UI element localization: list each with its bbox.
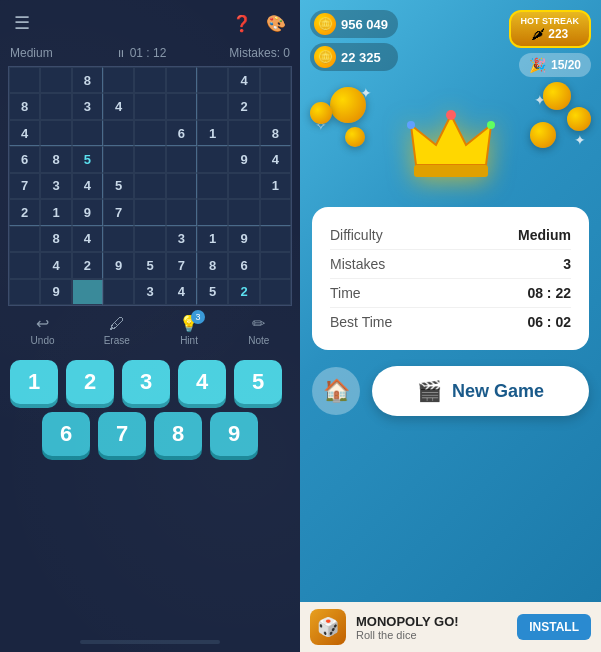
sudoku-cell[interactable]	[260, 226, 291, 252]
sudoku-cell[interactable]: 7	[103, 199, 134, 225]
sudoku-cell[interactable]: 8	[40, 146, 71, 172]
sudoku-cell[interactable]: 3	[72, 93, 103, 119]
sudoku-cell[interactable]: 5	[103, 173, 134, 199]
sudoku-cell[interactable]	[9, 252, 40, 278]
sudoku-cell[interactable]: 4	[9, 120, 40, 146]
sudoku-cell[interactable]	[9, 67, 40, 93]
num-btn-4[interactable]: 4	[178, 360, 226, 404]
help-icon[interactable]: ❓	[232, 14, 252, 33]
sudoku-cell[interactable]: 8	[197, 252, 228, 278]
sudoku-cell[interactable]	[260, 279, 291, 305]
note-button[interactable]: ✏ Note	[248, 314, 269, 346]
sudoku-cell[interactable]	[260, 199, 291, 225]
install-button[interactable]: INSTALL	[517, 614, 591, 640]
num-btn-3[interactable]: 3	[122, 360, 170, 404]
palette-icon[interactable]: 🎨	[266, 14, 286, 33]
sudoku-cell[interactable]	[197, 146, 228, 172]
num-btn-8[interactable]: 8	[154, 412, 202, 456]
sudoku-cell[interactable]: 5	[197, 279, 228, 305]
sudoku-cell[interactable]: 6	[166, 120, 197, 146]
sudoku-cell[interactable]	[166, 146, 197, 172]
sudoku-cell[interactable]: 3	[134, 279, 165, 305]
sudoku-cell[interactable]	[134, 173, 165, 199]
sudoku-cell[interactable]	[166, 199, 197, 225]
sudoku-cell[interactable]	[197, 199, 228, 225]
sudoku-cell[interactable]: 4	[103, 93, 134, 119]
sudoku-grid[interactable]: 8483424618685947345121978431942957869345…	[8, 66, 292, 306]
sudoku-cell[interactable]	[228, 120, 259, 146]
sudoku-cell[interactable]: 9	[103, 252, 134, 278]
sudoku-cell[interactable]	[134, 120, 165, 146]
sudoku-cell[interactable]: 6	[228, 252, 259, 278]
sudoku-cell[interactable]: 2	[228, 279, 259, 305]
sudoku-cell[interactable]: 9	[228, 146, 259, 172]
sudoku-cell[interactable]	[166, 67, 197, 93]
sudoku-cell[interactable]: 4	[228, 67, 259, 93]
sudoku-cell[interactable]: 4	[260, 146, 291, 172]
undo-button[interactable]: ↩ Undo	[31, 314, 55, 346]
sudoku-cell[interactable]	[260, 67, 291, 93]
pause-icon[interactable]: ⏸	[116, 48, 126, 59]
sudoku-cell[interactable]	[72, 279, 103, 305]
sudoku-cell[interactable]	[228, 173, 259, 199]
sudoku-cell[interactable]	[9, 279, 40, 305]
sudoku-cell[interactable]: 4	[166, 279, 197, 305]
sudoku-cell[interactable]: 9	[72, 199, 103, 225]
new-game-button[interactable]: 🎬 New Game	[372, 366, 589, 416]
num-btn-6[interactable]: 6	[42, 412, 90, 456]
sudoku-cell[interactable]: 2	[9, 199, 40, 225]
num-btn-2[interactable]: 2	[66, 360, 114, 404]
sudoku-cell[interactable]	[260, 93, 291, 119]
sudoku-cell[interactable]: 2	[228, 93, 259, 119]
sudoku-cell[interactable]	[103, 67, 134, 93]
num-btn-1[interactable]: 1	[10, 360, 58, 404]
sudoku-cell[interactable]	[134, 67, 165, 93]
sudoku-cell[interactable]: 9	[40, 279, 71, 305]
sudoku-cell[interactable]: 4	[72, 173, 103, 199]
sudoku-cell[interactable]: 2	[72, 252, 103, 278]
sudoku-cell[interactable]	[197, 67, 228, 93]
sudoku-cell[interactable]	[72, 120, 103, 146]
sudoku-cell[interactable]: 3	[166, 226, 197, 252]
num-btn-7[interactable]: 7	[98, 412, 146, 456]
sudoku-cell[interactable]: 7	[166, 252, 197, 278]
sudoku-cell[interactable]: 3	[40, 173, 71, 199]
sudoku-cell[interactable]	[134, 146, 165, 172]
home-button[interactable]: 🏠	[312, 367, 360, 415]
num-btn-5[interactable]: 5	[234, 360, 282, 404]
sudoku-cell[interactable]: 5	[134, 252, 165, 278]
sudoku-cell[interactable]: 4	[72, 226, 103, 252]
sudoku-cell[interactable]	[103, 120, 134, 146]
hamburger-icon[interactable]: ☰	[14, 12, 30, 34]
sudoku-cell[interactable]: 8	[9, 93, 40, 119]
sudoku-cell[interactable]: 6	[9, 146, 40, 172]
sudoku-cell[interactable]	[40, 67, 71, 93]
sudoku-cell[interactable]: 4	[40, 252, 71, 278]
hint-button[interactable]: 3 💡 Hint	[179, 314, 199, 346]
sudoku-cell[interactable]	[134, 226, 165, 252]
sudoku-cell[interactable]	[134, 199, 165, 225]
sudoku-cell[interactable]: 1	[197, 120, 228, 146]
sudoku-cell[interactable]	[103, 146, 134, 172]
sudoku-cell[interactable]	[166, 93, 197, 119]
sudoku-cell[interactable]: 1	[260, 173, 291, 199]
sudoku-cell[interactable]	[40, 120, 71, 146]
sudoku-cell[interactable]	[103, 279, 134, 305]
sudoku-cell[interactable]	[40, 93, 71, 119]
sudoku-cell[interactable]	[228, 199, 259, 225]
sudoku-cell[interactable]	[9, 226, 40, 252]
sudoku-cell[interactable]: 8	[72, 67, 103, 93]
sudoku-cell[interactable]	[260, 252, 291, 278]
sudoku-cell[interactable]: 1	[40, 199, 71, 225]
sudoku-cell[interactable]: 8	[260, 120, 291, 146]
sudoku-cell[interactable]	[134, 93, 165, 119]
sudoku-cell[interactable]	[166, 173, 197, 199]
erase-button[interactable]: 🖊 Erase	[104, 315, 130, 346]
num-btn-9[interactable]: 9	[210, 412, 258, 456]
sudoku-cell[interactable]	[197, 173, 228, 199]
sudoku-cell[interactable]	[103, 226, 134, 252]
sudoku-cell[interactable]: 9	[228, 226, 259, 252]
sudoku-cell[interactable]: 8	[40, 226, 71, 252]
sudoku-cell[interactable]: 1	[197, 226, 228, 252]
sudoku-cell[interactable]	[197, 93, 228, 119]
